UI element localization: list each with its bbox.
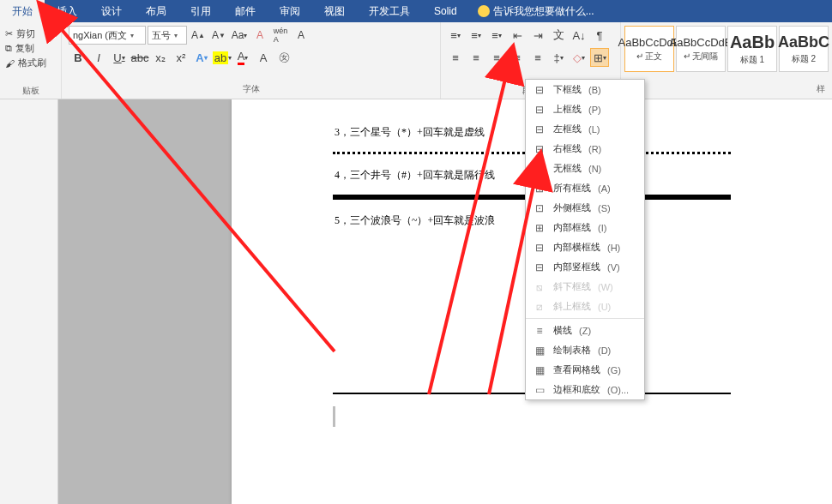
tell-me[interactable]: 告诉我您想要做什么... xyxy=(469,4,594,19)
shrink-font-button[interactable]: A▼ xyxy=(209,26,228,45)
menu-label: 斜上框线 xyxy=(553,300,591,313)
char-border-button[interactable]: A xyxy=(292,26,310,45)
font-color-button[interactable]: A▾ xyxy=(233,48,252,67)
copy-label: 复制 xyxy=(15,42,34,55)
border-icon: ⊟ xyxy=(533,142,546,156)
menu-item-内部框线[interactable]: ⊞内部框线(I) xyxy=(526,218,644,237)
menu-hotkey: (H) xyxy=(607,243,620,253)
tab-mailings[interactable]: 邮件 xyxy=(223,0,268,22)
tab-view[interactable]: 视图 xyxy=(312,0,357,22)
tab-design[interactable]: 设计 xyxy=(89,0,134,22)
text-effects-button[interactable]: A▾ xyxy=(192,48,211,67)
left-panel xyxy=(0,99,58,504)
multilevel-button[interactable]: ≡▾ xyxy=(487,26,506,45)
menu-item-查看网格线[interactable]: ▦查看网格线(G) xyxy=(526,360,644,380)
decrease-indent-button[interactable]: ⇤ xyxy=(508,26,527,45)
border-icon: ⊟ xyxy=(533,83,546,97)
grow-font-button[interactable]: A▲ xyxy=(189,26,208,45)
style-no-spacing[interactable]: AaBbCcDdE ↵ 无间隔 xyxy=(676,26,726,72)
tab-layout[interactable]: 布局 xyxy=(134,0,178,22)
subscript-button[interactable]: x₂ xyxy=(151,48,170,67)
menu-item-内部竖框线[interactable]: ⊟内部竖框线(V) xyxy=(526,257,644,277)
menu-hotkey: (P) xyxy=(588,105,601,115)
menu-label: 下框线 xyxy=(553,83,582,96)
align-left-button[interactable]: ≡ xyxy=(446,48,465,67)
align-right-button[interactable]: ≡ xyxy=(487,48,506,67)
show-marks-button[interactable]: ¶ xyxy=(590,26,609,45)
increase-indent-button[interactable]: ⇥ xyxy=(528,26,547,45)
menu-hotkey: (D) xyxy=(598,345,611,356)
menu-label: 内部竖框线 xyxy=(553,261,600,273)
styles-gallery: AaBbCcDdE ↵ 正文 AaBbCcDdE ↵ 无间隔 AaBb 标题 1… xyxy=(624,26,829,72)
border-icon: ⊞ xyxy=(533,162,546,176)
char-shading-button[interactable]: A xyxy=(254,48,273,67)
enclose-char-button[interactable]: ㊛ xyxy=(274,48,293,67)
style-preview: AaBb xyxy=(730,33,775,52)
menu-item-左框线[interactable]: ⊟左框线(L) xyxy=(526,119,644,139)
format-painter-button[interactable]: 🖌格式刷 xyxy=(5,57,56,69)
tab-references[interactable]: 引用 xyxy=(178,0,223,22)
italic-button[interactable]: I xyxy=(89,48,108,67)
menu-label: 内部横框线 xyxy=(553,241,600,254)
strikethrough-button[interactable]: abc xyxy=(130,48,149,67)
menu-item-横线[interactable]: ≡横线(Z) xyxy=(526,321,644,340)
tell-me-text: 告诉我您想要做什么... xyxy=(493,4,594,19)
menu-hotkey: (G) xyxy=(607,365,621,375)
menu-item-内部横框线[interactable]: ⊟内部横框线(H) xyxy=(526,237,644,257)
font-size-combo[interactable]: 五号▾ xyxy=(148,26,187,45)
tab-developer[interactable]: 开发工具 xyxy=(357,0,422,22)
menu-hotkey: (A) xyxy=(598,183,611,194)
group-font: ngXian (西文▾ 五号▾ A▲ A▼ Aa▾ A wénA A B I U… xyxy=(62,22,441,99)
menu-item-绘制表格[interactable]: ▦绘制表格(D) xyxy=(526,340,644,360)
border-icon: ⊟ xyxy=(533,261,546,274)
menu-item-外侧框线[interactable]: ⊡外侧框线(S) xyxy=(526,198,644,218)
highlight-button[interactable]: ab▾ xyxy=(213,48,232,67)
tab-solid[interactable]: Solid xyxy=(422,0,469,22)
shading-button[interactable]: ◇▾ xyxy=(570,48,588,67)
copy-icon: ⧉ xyxy=(5,43,12,54)
menu-hotkey: (W) xyxy=(598,282,613,292)
border-icon: ⊟ xyxy=(533,241,546,255)
borders-button[interactable]: ⊞▾ xyxy=(590,48,609,67)
change-case-button[interactable]: Aa▾ xyxy=(230,26,249,45)
menu-item-下框线[interactable]: ⊟下框线(B) xyxy=(526,80,644,99)
menu-label: 无框线 xyxy=(553,162,582,175)
style-normal[interactable]: AaBbCcDdE ↵ 正文 xyxy=(624,26,674,72)
menu-label: 上框线 xyxy=(553,103,582,116)
style-heading1[interactable]: AaBb 标题 1 xyxy=(727,26,777,72)
distributed-button[interactable]: ≡ xyxy=(528,48,547,67)
document-area: 3，三个星号（*）+回车就是虚线 4，三个井号（#）+回车就是隔行线 5，三个波… xyxy=(0,99,832,504)
bold-button[interactable]: B xyxy=(69,48,87,67)
underline-button[interactable]: U▾ xyxy=(110,48,129,67)
border-icon: ⊞ xyxy=(533,221,546,235)
numbering-button[interactable]: ≡▾ xyxy=(467,26,485,45)
cut-label: 剪切 xyxy=(16,27,35,40)
menu-item-边框和底纹[interactable]: ▭边框和底纹(O)... xyxy=(526,380,644,399)
phonetic-guide-button[interactable]: wénA xyxy=(271,26,290,45)
line-spacing-button[interactable]: ‡▾ xyxy=(549,48,568,67)
bullets-button[interactable]: ≡▾ xyxy=(446,26,465,45)
tab-review[interactable]: 审阅 xyxy=(268,0,312,22)
copy-button[interactable]: ⧉复制 xyxy=(5,42,56,55)
border-icon: ⊞ xyxy=(533,182,546,195)
menu-item-上框线[interactable]: ⊟上框线(P) xyxy=(526,99,644,119)
tab-home[interactable]: 开始 xyxy=(0,0,45,22)
sort-button[interactable]: A↓ xyxy=(570,26,588,45)
menu-item-所有框线[interactable]: ⊞所有框线(A) xyxy=(526,178,644,198)
style-heading2[interactable]: AaBbC 标题 2 xyxy=(779,26,829,72)
cut-button[interactable]: ✂剪切 xyxy=(5,27,56,40)
align-center-button[interactable]: ≡ xyxy=(467,48,485,67)
text-direction-button[interactable]: 文 xyxy=(549,26,568,45)
menu-hotkey: (N) xyxy=(588,164,601,174)
menu-item-无框线[interactable]: ⊞无框线(N) xyxy=(526,159,644,178)
superscript-button[interactable]: x² xyxy=(172,48,190,67)
underline-label: U xyxy=(113,51,121,64)
font-name-combo[interactable]: ngXian (西文▾ xyxy=(69,26,146,45)
border-icon: ⊟ xyxy=(533,103,546,117)
menu-item-右框线[interactable]: ⊟右框线(R) xyxy=(526,139,644,159)
clear-formatting-button[interactable]: A xyxy=(250,26,269,45)
border-icon: ⊟ xyxy=(533,123,546,136)
menu-hotkey: (U) xyxy=(598,302,611,312)
justify-button[interactable]: ≡ xyxy=(508,48,527,67)
tab-insert[interactable]: 插入 xyxy=(45,0,89,22)
